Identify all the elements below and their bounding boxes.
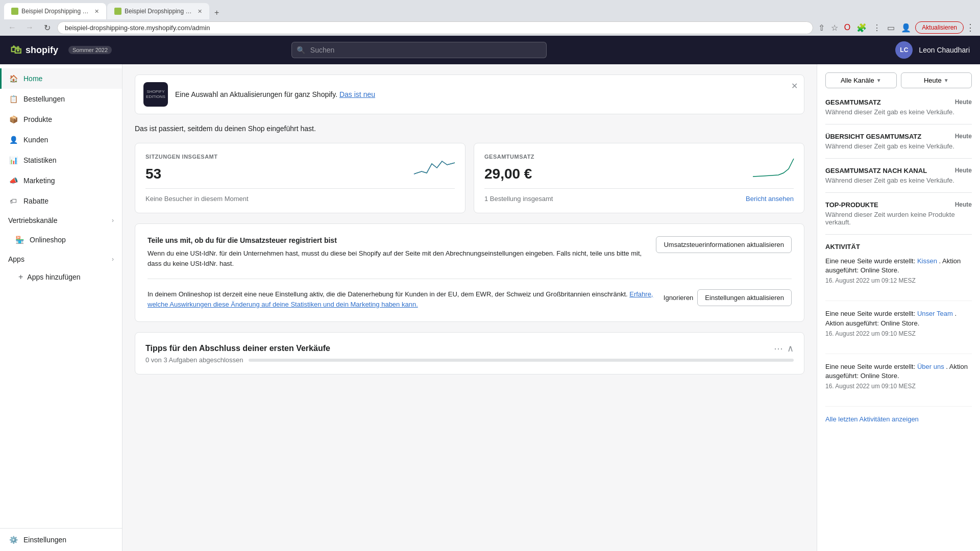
right-section-gesamtumsatz: GESAMTUMSATZ Heute Während dieser Zeit g… [825,98,972,124]
report-link[interactable]: Bericht ansehen [746,195,794,203]
tab-close-2[interactable]: ✕ [198,8,202,15]
sidebar: 🏠 Home 📋 Bestellungen 📦 Produkte 👤 Kunde… [0,64,122,551]
all-activities-link[interactable]: Alle letzten Aktivitäten anzeigen [825,415,919,423]
das-ist-neu-link[interactable]: Das ist neu [339,90,375,98]
sidebar-settings[interactable]: ⚙️ Einstellungen [0,528,122,551]
sidebar-label-produkte: Produkte [23,115,52,123]
address-bar[interactable] [57,21,813,34]
shopify-logo-icon: 🛍 [10,43,21,57]
tips-more-button[interactable]: ⋯ [774,343,783,354]
tips-collapse-button[interactable]: ∧ [787,343,794,354]
sidebar-label-rabatte: Rabatte [23,197,48,205]
activity-item-1: Eine neue Seite wurde erstellt: Kissen .… [825,257,972,301]
tab-close-1[interactable]: ✕ [94,8,99,15]
user-name: Leon Chaudhari [919,46,970,54]
summer-badge: Sommer 2022 [68,46,112,54]
sidebar-label-marketing: Marketing [23,177,55,185]
sidebar-vertriebskanaele[interactable]: Vertriebskanäle › [0,211,122,230]
sidebar-item-rabatte[interactable]: 🏷 Rabatte [0,191,122,211]
search-input[interactable] [291,42,547,58]
opera-icon[interactable]: O [842,21,852,34]
right-section-title-kanal: GESAMTUMSATZ NACH KANAL Heute [825,167,972,174]
sidebar-item-home[interactable]: 🏠 Home [0,68,122,89]
bookmark-button[interactable]: ☆ [829,21,840,35]
browser-tabs: Beispiel Dropshipping Store ·... ✕ Beisp… [0,0,980,19]
today-label: Heute [924,77,942,84]
activity-link-kissen[interactable]: Kissen [917,257,937,265]
forward-button[interactable]: → [22,20,37,35]
tab-label-2: Beispiel Dropshipping Store [125,8,192,15]
sidebar-item-statistiken[interactable]: 📊 Statistiken [0,150,122,170]
notice-title-1: Teile uns mit, ob du für die Umsatzsteue… [148,236,646,244]
tips-header: Tipps für den Abschluss deiner ersten Ve… [145,343,794,354]
notice-card: Teile uns mit, ob du für die Umsatzsteue… [135,223,804,322]
data-info-link[interactable]: Erfahre, welche Auswirkungen diese Änder… [148,290,653,308]
update-browser-button[interactable]: Aktualisieren [915,21,964,34]
sidebar-apps[interactable]: Apps › [0,250,122,268]
plus-icon: + [18,272,23,282]
stat-revenue-value: 29,00 € [484,166,534,182]
share-button[interactable]: ⇧ [816,21,827,35]
activity-date-1: 16. August 2022 um 09:12 MESZ [825,277,972,284]
progress-bar [249,359,794,362]
sidebar-add-apps[interactable]: + Apps hinzufügen [0,268,122,286]
sidebar-item-kunden[interactable]: 👤 Kunden [0,130,122,150]
home-icon: 🏠 [8,73,18,84]
notification-text: Eine Auswahl an Aktualisierungen für gan… [175,90,796,98]
notice-actions-1: Umsatzsteuerinformationen aktualisieren [656,236,792,253]
right-section-uebersicht: ÜBERSICHT GESAMTUMSATZ Heute Während die… [825,133,972,159]
marketing-icon: 📣 [8,176,18,186]
sidebar-label-home: Home [23,74,42,83]
sidebar-button[interactable]: ▭ [885,21,897,35]
all-channels-label: Alle Kanäle [841,77,874,84]
chevron-down-today-icon: ▼ [944,78,949,83]
notification-close-button[interactable]: ✕ [791,81,798,91]
activity-section-title: AKTIVITÄT [825,243,972,251]
today-filter[interactable]: Heute ▼ [901,72,972,88]
sidebar-item-onlineshop[interactable]: 🏪 Onlineshop [0,230,122,250]
user-avatar: LC [895,41,913,59]
stat-sessions-value: 53 [145,166,218,182]
reload-button[interactable]: ↻ [40,20,54,35]
shopify-editions-logo: SHOPIFYEDITIONS [146,89,165,99]
new-tab-button[interactable]: + [210,6,223,19]
stat-sessions-label: SITZUNGEN INSGESAMT [145,154,218,160]
activity-link-unser-team[interactable]: Unser Team [917,310,953,317]
chevron-right-icon: › [112,217,114,224]
menu-button[interactable]: ⋮ [871,21,883,35]
more-options[interactable]: ⋮ [966,22,975,33]
user-profile-browser[interactable]: 👤 [899,21,913,35]
update-tax-button[interactable]: Umsatzsteuerinformationen aktualisieren [656,236,792,253]
right-section-kanal: GESAMTUMSATZ NACH KANAL Heute Während di… [825,167,972,193]
update-settings-button[interactable]: Einstellungen aktualisieren [697,289,792,306]
browser-tab-1[interactable]: Beispiel Dropshipping Store ·... ✕ [4,3,106,19]
date-gesamtumsatz: Heute [955,98,972,106]
extensions-button[interactable]: 🧩 [854,21,869,35]
activity-item-3: Eine neue Seite wurde erstellt: Über uns… [825,362,972,407]
sidebar-item-marketing[interactable]: 📣 Marketing [0,170,122,191]
activity-link-ueber-uns[interactable]: Über uns [917,363,944,370]
stat-sessions-footer: Keine Besucher in diesem Moment [145,188,455,203]
settings-icon: ⚙️ [8,535,18,545]
sidebar-label-onlineshop: Onlineshop [30,236,66,244]
sidebar-item-produkte[interactable]: 📦 Produkte [0,109,122,130]
ignore-button[interactable]: Ignorieren [664,290,694,306]
notification-logo: SHOPIFYEDITIONS [143,82,168,107]
sidebar-settings-label: Einstellungen [23,536,66,544]
right-section-body-gesamtumsatz: Während dieser Zeit gab es keine Verkäuf… [825,108,972,116]
search-bar: 🔍 [291,42,547,58]
search-icon: 🔍 [297,46,305,54]
back-button[interactable]: ← [5,20,19,35]
sidebar-nav: 🏠 Home 📋 Bestellungen 📦 Produkte 👤 Kunde… [0,64,122,528]
notification-banner: SHOPIFYEDITIONS Eine Auswahl an Aktualis… [135,74,804,114]
right-section-body-uebersicht: Während dieser Zeit gab es keine Verkäuf… [825,142,972,150]
browser-tab-2[interactable]: Beispiel Dropshipping Store ✕ [107,3,209,19]
tips-header-actions: ⋯ ∧ [774,343,794,354]
customers-icon: 👤 [8,135,18,145]
tab-favicon-2 [114,8,121,15]
main-panel: SHOPIFYEDITIONS Eine Auswahl an Aktualis… [122,64,817,551]
sidebar-item-bestellungen[interactable]: 📋 Bestellungen [0,89,122,109]
all-channels-filter[interactable]: Alle Kanäle ▼ [825,72,897,88]
notice-body-1: Wenn du eine USt-IdNr. für dein Unterneh… [148,248,646,268]
tab-favicon-1 [11,8,18,15]
